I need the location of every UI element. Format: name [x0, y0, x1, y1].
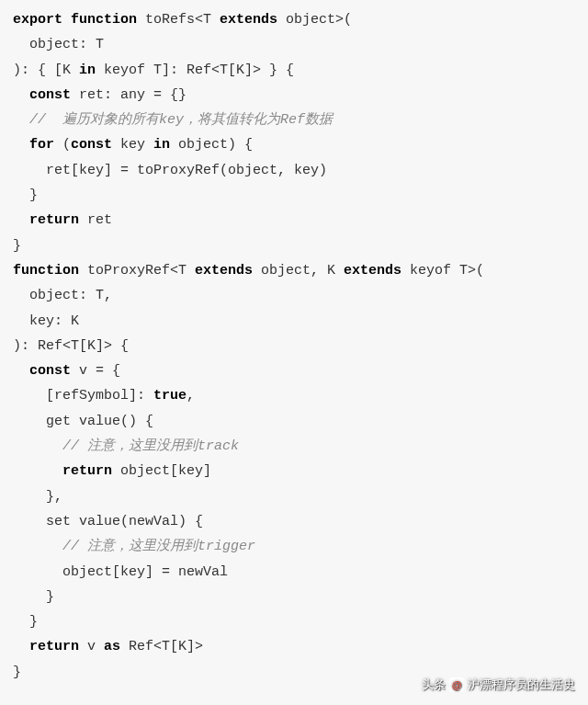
code-segment-plain: key [112, 137, 153, 153]
code-segment-plain: } [13, 238, 21, 254]
code-segment-plain: object[key] [112, 463, 211, 479]
code-line: [refSymbol]: true, [13, 383, 575, 408]
code-line: function toProxyRef<T extends object, K … [13, 258, 575, 283]
code-segment-plain: ): Ref<T[K]> { [13, 338, 129, 354]
code-segment-keyword: in [153, 137, 170, 153]
code-segment-plain: ( [54, 137, 71, 153]
code-line: ): Ref<T[K]> { [13, 334, 575, 358]
code-line: const v = { [13, 358, 575, 383]
code-segment-keyword: return [29, 639, 79, 654]
code-segment-plain: set value(newVal) { [46, 514, 203, 529]
code-line: } [13, 183, 575, 208]
code-segment-comment: // 遍历对象的所有key，将其值转化为Ref数据 [29, 112, 333, 128]
code-block: export function toRefs<T extends object>… [13, 7, 575, 685]
code-segment-plain: v = { [71, 363, 120, 379]
code-segment-plain: object) { [170, 137, 253, 153]
code-segment-plain: object: T [29, 37, 104, 52]
code-line: ret[key] = toProxyRef(object, key) [13, 158, 575, 183]
code-segment-keyword: extends [220, 12, 277, 28]
code-segment-plain: object[key] = newVal [62, 564, 228, 580]
code-line: const ret: any = {} [13, 83, 575, 108]
code-segment-plain: object: T, [29, 288, 112, 303]
code-segment-keyword: extends [195, 263, 253, 279]
code-line: } [13, 585, 575, 609]
code-segment-plain: ret: any = {} [71, 87, 187, 103]
code-line: export function toRefs<T extends object>… [13, 7, 575, 32]
code-line: return ret [13, 208, 575, 233]
code-line: // 注意，这里没用到track [13, 434, 575, 459]
code-line: return object[key] [13, 459, 575, 483]
code-segment-keyword: return [62, 463, 112, 479]
code-line: } [13, 609, 575, 634]
code-segment-plain: v [79, 639, 104, 654]
code-segment-plain: keyof T>( [401, 263, 484, 279]
code-segment-keyword: for [29, 137, 54, 153]
code-line: return v as Ref<T[K]> [13, 634, 575, 659]
code-segment-keyword: in [79, 63, 96, 78]
code-segment-plain: } [29, 188, 38, 203]
code-segment-keyword: return [29, 212, 79, 228]
code-segment-comment: // 注意，这里没用到trigger [62, 539, 255, 554]
code-segment-plain: Ref<T[K]> [120, 639, 203, 654]
code-segment-plain: } [29, 614, 38, 630]
code-line: object[key] = newVal [13, 560, 575, 585]
code-line: object: T, [13, 283, 575, 308]
code-line: }, [13, 484, 575, 509]
code-segment-plain: } [13, 665, 21, 680]
watermark: 头条 @ 沪漂程序员的生活史 [422, 674, 575, 696]
code-segment-plain: object, K [253, 263, 344, 279]
watermark-text: 沪漂程序员的生活史 [468, 674, 575, 696]
code-segment-keyword: export function [13, 12, 137, 28]
code-line: set value(newVal) { [13, 509, 575, 534]
code-line: get value() { [13, 409, 575, 434]
code-line: } [13, 233, 575, 258]
code-segment-keyword: as [104, 639, 120, 654]
code-line: // 注意，这里没用到trigger [13, 534, 575, 559]
code-line: key: K [13, 309, 575, 334]
code-segment-comment: // 注意，这里没用到track [62, 438, 239, 454]
code-segment-keyword: const [29, 87, 71, 103]
code-line: object: T [13, 32, 575, 57]
code-line: ): { [K in keyof T]: Ref<T[K]> } { [13, 58, 575, 83]
code-segment-keyword: true [153, 388, 187, 404]
code-line: for (const key in object) { [13, 132, 575, 157]
code-segment-plain: get value() { [46, 414, 153, 429]
code-segment-keyword: function [13, 263, 79, 279]
code-segment-plain: toRefs<T [137, 12, 220, 28]
code-segment-keyword: const [29, 363, 71, 379]
code-segment-plain: object>( [277, 12, 352, 28]
code-segment-plain: , [187, 388, 195, 404]
code-segment-plain: ): { [K [13, 63, 79, 78]
code-segment-plain: [refSymbol]: [46, 388, 153, 404]
watermark-icon: @ [449, 677, 464, 692]
code-segment-keyword: const [71, 137, 112, 153]
code-segment-plain: }, [46, 489, 62, 505]
code-segment-plain: ret [79, 212, 112, 228]
code-segment-plain: key: K [29, 313, 79, 329]
code-segment-plain: } [46, 589, 54, 605]
code-line: // 遍历对象的所有key，将其值转化为Ref数据 [13, 108, 575, 132]
watermark-prefix: 头条 [422, 674, 446, 696]
code-segment-plain: toProxyRef<T [79, 263, 195, 279]
code-segment-plain: keyof T]: Ref<T[K]> } { [96, 63, 294, 78]
code-segment-keyword: extends [344, 263, 401, 279]
code-segment-plain: ret[key] = toProxyRef(object, key) [46, 163, 327, 178]
